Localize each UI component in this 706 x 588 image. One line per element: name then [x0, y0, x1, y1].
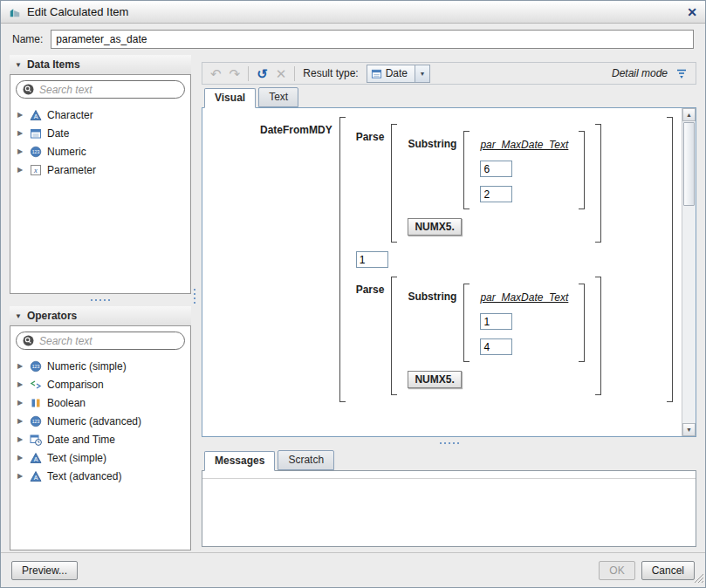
- cancel-button[interactable]: Cancel: [641, 561, 695, 580]
- tree-item-date[interactable]: ▶ Date: [15, 124, 186, 142]
- tree-item-parameter[interactable]: ▶ x Parameter: [15, 161, 186, 179]
- tab-scratch[interactable]: Scratch: [278, 450, 334, 470]
- argument-input-day[interactable]: [356, 251, 388, 268]
- titlebar: Edit Calculated Item ✕: [1, 1, 705, 24]
- expression-canvas: DateFromMDY Parse Substring: [202, 107, 696, 437]
- expander-icon[interactable]: ▶: [17, 454, 24, 462]
- operators-section-header[interactable]: ▼ Operators: [10, 306, 191, 325]
- scroll-down-icon[interactable]: ▼: [682, 423, 696, 436]
- function-label-parse[interactable]: Parse: [356, 131, 385, 143]
- svg-text:123: 123: [32, 364, 40, 369]
- editor-tabs: Visual Text: [202, 86, 696, 107]
- scroll-up-icon[interactable]: ▲: [682, 108, 696, 121]
- expander-icon[interactable]: ▶: [17, 129, 24, 137]
- numeric-advanced-icon: 123: [30, 415, 42, 427]
- editor-panel: ↶ ↷ ↺ ✕ Result type: Date ▼ Detail mode …: [202, 55, 696, 552]
- canvas-scrollbar[interactable]: ▲ ▼: [682, 108, 696, 436]
- informat-token[interactable]: NUMX5.: [408, 371, 461, 388]
- data-items-search: [16, 80, 185, 99]
- detail-mode-icon[interactable]: [675, 67, 688, 79]
- argument-input-start[interactable]: [480, 313, 512, 330]
- tree-item-character[interactable]: ▶ A Character: [15, 106, 186, 124]
- bracket-open: [391, 124, 397, 243]
- informat-token[interactable]: NUMX5.: [408, 218, 461, 236]
- field-reference[interactable]: par_MaxDate_Text: [480, 291, 568, 304]
- argument-input-start[interactable]: [480, 161, 512, 177]
- parse-call-month: Parse Substring par_MaxDate_Text: [356, 124, 602, 243]
- expander-icon[interactable]: ▶: [17, 111, 24, 119]
- svg-text:A: A: [34, 113, 38, 120]
- delete-icon[interactable]: ✕: [276, 67, 287, 80]
- tab-text[interactable]: Text: [258, 87, 298, 107]
- argument-input-length[interactable]: [480, 338, 512, 355]
- datefrommdy-call: DateFromMDY Parse Substring: [260, 117, 673, 402]
- data-items-search-input[interactable]: [39, 84, 178, 96]
- editor-toolbar: ↶ ↷ ↺ ✕ Result type: Date ▼ Detail mode: [202, 62, 696, 85]
- tree-item-label: Date: [47, 127, 69, 140]
- svg-text:x: x: [33, 166, 38, 174]
- data-items-section-header[interactable]: ▼ Data Items: [10, 55, 191, 74]
- substring-call-year: Substring par_MaxDate_Text: [408, 284, 585, 362]
- tree-item-text-simple[interactable]: ▶ A Text (simple): [15, 448, 186, 467]
- svg-text:123: 123: [32, 419, 40, 424]
- undo-icon[interactable]: ↶: [210, 67, 222, 80]
- tree-item-date-and-time[interactable]: ▶ Date and Time: [15, 430, 186, 448]
- expander-icon[interactable]: ▶: [17, 362, 24, 370]
- data-items-list: ▶ A Character ▶ Date ▶ 123 Numeric ▶ x: [10, 74, 191, 294]
- scrollbar-thumb[interactable]: [683, 122, 695, 206]
- expander-icon[interactable]: ▶: [17, 399, 24, 407]
- dialog-title: Edit Calculated Item: [27, 5, 128, 18]
- tree-item-numeric-simple[interactable]: ▶ 123 Numeric (simple): [15, 357, 186, 375]
- toolbar-separator: [294, 66, 295, 81]
- tree-item-label: Parameter: [47, 164, 96, 176]
- parse-args: Substring par_MaxDate_Text NU: [397, 277, 595, 395]
- field-reference[interactable]: par_MaxDate_Text: [480, 138, 568, 152]
- substring-call-month: Substring par_MaxDate_Text: [408, 131, 585, 209]
- dropdown-arrow-icon[interactable]: ▼: [415, 65, 429, 82]
- tree-item-label: Boolean: [47, 397, 86, 409]
- revert-icon[interactable]: ↺: [257, 67, 268, 80]
- tree-item-boolean[interactable]: ▶ Boolean: [15, 393, 186, 412]
- preview-button[interactable]: Preview...: [11, 561, 78, 580]
- numeric-simple-icon: 123: [30, 360, 42, 373]
- tree-item-numeric-advanced[interactable]: ▶ 123 Numeric (advanced): [15, 412, 186, 430]
- result-type-dropdown[interactable]: Date ▼: [367, 65, 430, 83]
- editor-horizontal-splitter[interactable]: [202, 437, 696, 449]
- expander-icon[interactable]: ▶: [17, 147, 24, 155]
- function-label-substring[interactable]: Substring: [408, 291, 456, 303]
- datefrommdy-args: Parse Substring par_MaxDate_Text: [346, 117, 613, 402]
- expander-icon[interactable]: ▶: [17, 417, 24, 425]
- tab-visual[interactable]: Visual: [204, 88, 256, 108]
- expander-icon[interactable]: ▶: [17, 380, 24, 388]
- collapse-icon: ▼: [15, 61, 22, 69]
- function-label-datefrommdy[interactable]: DateFromMDY: [260, 124, 332, 136]
- date-time-icon: [30, 434, 42, 446]
- argument-input-length[interactable]: [480, 186, 512, 202]
- bottom-tabs: Messages Scratch: [202, 449, 696, 470]
- tree-item-numeric[interactable]: ▶ 123 Numeric: [15, 142, 186, 161]
- collapse-icon: ▼: [15, 312, 22, 320]
- footer: Preview... OK Cancel: [1, 552, 705, 587]
- close-icon[interactable]: ✕: [687, 6, 697, 18]
- tree-item-text-advanced[interactable]: ▶ A Text (advanced): [15, 467, 186, 485]
- edit-calculated-item-dialog: Edit Calculated Item ✕ Name: ▼ Data Item…: [0, 0, 706, 588]
- expander-icon[interactable]: ▶: [17, 166, 24, 174]
- tree-item-label: Numeric (advanced): [47, 415, 141, 427]
- left-horizontal-splitter[interactable]: [10, 294, 191, 306]
- expander-icon[interactable]: ▶: [17, 472, 24, 480]
- function-label-substring[interactable]: Substring: [408, 138, 456, 150]
- function-label-parse[interactable]: Parse: [356, 284, 385, 296]
- bracket-close: [595, 277, 601, 395]
- name-input[interactable]: [51, 30, 694, 49]
- ok-button[interactable]: OK: [599, 561, 634, 580]
- resize-grip-icon[interactable]: [694, 573, 704, 586]
- tree-item-comparison[interactable]: ▶ Comparison: [15, 375, 186, 393]
- operators-search-input[interactable]: [39, 335, 178, 347]
- search-icon: [23, 84, 34, 95]
- expander-icon[interactable]: ▶: [17, 435, 24, 443]
- vertical-splitter[interactable]: [194, 289, 195, 304]
- redo-icon[interactable]: ↷: [230, 67, 241, 80]
- tab-messages[interactable]: Messages: [204, 451, 275, 471]
- name-label: Name:: [12, 33, 43, 45]
- comparison-icon: [30, 379, 42, 391]
